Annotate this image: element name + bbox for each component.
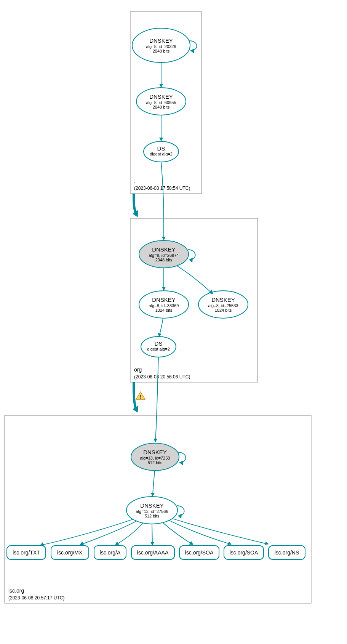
zone-isc-timestamp: (2023-06-08 20:57:17 UTC) [8,595,64,601]
svg-text:2048 bits: 2048 bits [155,258,173,262]
node-org-zsk: DNSKEY alg=8, id=33369 1024 bits [139,291,189,318]
svg-text:DNSKEY: DNSKEY [211,296,235,303]
svg-text:alg=8, id=26974: alg=8, id=26974 [149,253,179,258]
svg-text:digest alg=2: digest alg=2 [147,347,170,351]
svg-text:isc.org/TXT: isc.org/TXT [13,549,40,556]
svg-marker-53 [151,493,155,497]
svg-marker-52 [178,514,182,519]
svg-marker-6 [190,48,194,53]
svg-text:DS: DS [157,145,165,152]
svg-marker-15 [159,138,163,141]
svg-text:DNSKEY: DNSKEY [149,93,173,100]
svg-text:DNSKEY: DNSKEY [143,449,167,455]
svg-text:isc.org/MX: isc.org/MX [57,549,83,556]
svg-text:digest alg=2: digest alg=2 [150,152,173,156]
record-soa2: isc.org/SOA [224,546,264,559]
svg-marker-17 [162,237,166,240]
svg-text:!: ! [140,394,141,400]
warning-icon: ! [136,392,145,400]
record-aaaa: isc.org/AAAA [131,546,174,559]
svg-marker-35 [162,287,166,291]
svg-text:alg=8, id=25533: alg=8, id=25533 [208,303,238,308]
node-root-ksk: DNSKEY alg=8, id=20326 2048 bits [132,28,190,62]
svg-text:isc.org/A: isc.org/A [100,549,121,556]
svg-text:DNSKEY: DNSKEY [152,296,176,303]
svg-text:isc.org/AAAA: isc.org/AAAA [137,549,169,556]
node-root-ds: DS digest alg=2 [144,141,179,162]
svg-text:alg=13, id=27566: alg=13, id=27566 [136,509,168,514]
svg-text:512 bits: 512 bits [145,514,160,518]
node-org-ksk: DNSKEY alg=8, id=26974 2048 bits [139,240,189,268]
node-isc-zsk: DNSKEY alg=13, id=27566 512 bits [126,497,177,524]
node-org-ds: DS digest alg=2 [141,336,176,357]
zone-isc-label: isc.org [8,588,24,594]
svg-text:alg=13, id=7250: alg=13, id=7250 [140,456,170,460]
svg-marker-69 [80,541,84,545]
svg-marker-41 [154,439,157,442]
node-isc-ksk: DNSKEY alg=13, id=7250 512 bits [131,443,179,471]
svg-text:DNSKEY: DNSKEY [152,246,176,253]
svg-text:DNSKEY: DNSKEY [149,37,173,44]
record-soa1: isc.org/SOA [179,546,219,559]
svg-text:isc.org/SOA: isc.org/SOA [230,549,258,556]
svg-marker-68 [40,542,44,546]
svg-text:2048 bits: 2048 bits [153,105,170,109]
node-org-zsk2: DNSKEY alg=8, id=25533 1024 bits [198,291,248,318]
svg-text:alg=8, id=33369: alg=8, id=33369 [149,303,179,308]
svg-text:alg=8, id=60955: alg=8, id=60955 [146,100,176,105]
record-a: isc.org/A [94,546,126,559]
svg-marker-74 [265,541,269,545]
zone-org-label: org [134,367,142,373]
node-root-zsk: DNSKEY alg=8, id=60955 2048 bits [136,88,186,115]
svg-text:2048 bits: 2048 bits [153,49,170,53]
svg-text:1024 bits: 1024 bits [215,308,232,312]
svg-text:1024 bits: 1024 bits [155,308,173,312]
record-mx: isc.org/MX [51,546,89,559]
svg-marker-23 [189,258,193,263]
record-txt: isc.org/TXT [7,546,46,559]
svg-text:DNSKEY: DNSKEY [140,502,164,509]
svg-marker-47 [179,460,183,465]
svg-text:isc.org/NS: isc.org/NS [275,549,299,556]
record-ns: isc.org/NS [269,546,305,559]
zone-root-label: . [134,178,136,184]
svg-text:alg=8, id=20326: alg=8, id=20326 [146,44,176,49]
svg-text:isc.org/SOA: isc.org/SOA [185,549,214,556]
zone-org-timestamp: (2023-06-08 20:56:06 UTC) [134,374,190,380]
svg-marker-14 [159,84,163,88]
svg-text:512 bits: 512 bits [148,460,163,465]
svg-marker-71 [150,542,154,546]
svg-text:DS: DS [155,340,163,347]
svg-marker-72 [189,541,193,545]
zone-root-timestamp: (2023-06-08 17:58:54 UTC) [134,186,190,191]
